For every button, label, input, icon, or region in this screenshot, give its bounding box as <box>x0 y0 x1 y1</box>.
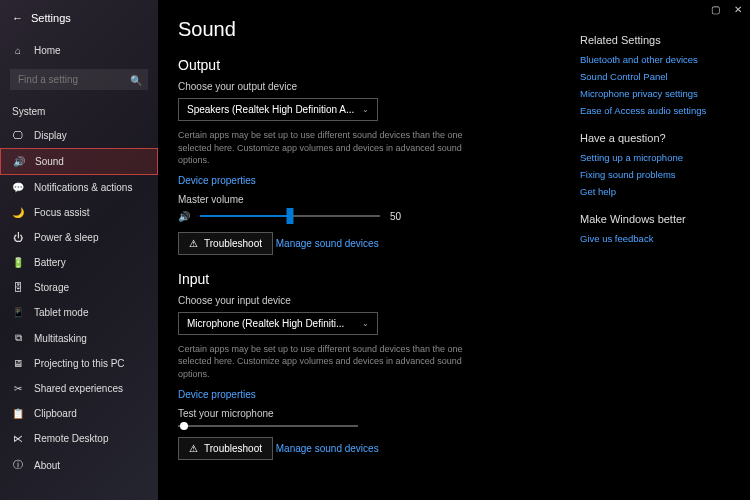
sidebar-item-notifications-actions[interactable]: 💬Notifications & actions <box>0 175 158 200</box>
close-button[interactable]: ✕ <box>734 4 742 15</box>
nav-icon: ✂ <box>12 383 24 394</box>
sidebar-item-tablet-mode[interactable]: 📱Tablet mode <box>0 300 158 325</box>
sidebar-item-shared-experiences[interactable]: ✂Shared experiences <box>0 376 158 401</box>
input-choose-label: Choose your input device <box>178 295 560 306</box>
back-arrow-icon[interactable]: ← <box>12 12 23 24</box>
output-troubleshoot-button[interactable]: ⚠ Troubleshoot <box>178 232 273 255</box>
related-link[interactable]: Bluetooth and other devices <box>580 54 730 65</box>
nav-icon: 💬 <box>12 182 24 193</box>
nav-label: Clipboard <box>34 408 77 419</box>
related-link[interactable]: Ease of Access audio settings <box>580 105 730 116</box>
nav-icon: 🖵 <box>12 130 24 141</box>
sidebar-item-remote-desktop[interactable]: ⋉Remote Desktop <box>0 426 158 451</box>
titlebar-controls: ▢ ✕ <box>711 4 742 15</box>
warning-icon: ⚠ <box>189 443 198 454</box>
nav-label: Tablet mode <box>34 307 88 318</box>
related-link[interactable]: Microphone privacy settings <box>580 88 730 99</box>
question-link[interactable]: Setting up a microphone <box>580 152 730 163</box>
sidebar: ← Settings ⌂ Home 🔍 System 🖵Display🔊Soun… <box>0 0 158 500</box>
manage-output-devices-link[interactable]: Manage sound devices <box>276 238 379 249</box>
output-device-value: Speakers (Realtek High Definition A... <box>187 104 354 115</box>
nav-label: Projecting to this PC <box>34 358 125 369</box>
input-device-properties-link[interactable]: Device properties <box>178 389 256 400</box>
input-heading: Input <box>178 271 560 287</box>
chevron-down-icon: ⌄ <box>362 319 369 328</box>
manage-input-devices-link[interactable]: Manage sound devices <box>276 443 379 454</box>
nav-label: About <box>34 460 60 471</box>
sidebar-item-power-sleep[interactable]: ⏻Power & sleep <box>0 225 158 250</box>
chevron-down-icon: ⌄ <box>362 105 369 114</box>
volume-slider[interactable] <box>200 215 380 217</box>
question-link[interactable]: Fixing sound problems <box>580 169 730 180</box>
nav-icon: ⧉ <box>12 332 24 344</box>
output-device-properties-link[interactable]: Device properties <box>178 175 256 186</box>
nav-label: Shared experiences <box>34 383 123 394</box>
sidebar-item-sound[interactable]: 🔊Sound <box>0 148 158 175</box>
nav-label: Battery <box>34 257 66 268</box>
nav-label: Focus assist <box>34 207 90 218</box>
nav-icon: 📱 <box>12 307 24 318</box>
nav-label: Display <box>34 130 67 141</box>
page-title: Sound <box>178 18 560 41</box>
warning-icon: ⚠ <box>189 238 198 249</box>
nav-label: Multitasking <box>34 333 87 344</box>
question-heading: Have a question? <box>580 132 730 144</box>
main-content: Sound Output Choose your output device S… <box>158 0 750 500</box>
test-microphone-label: Test your microphone <box>178 408 560 419</box>
output-description: Certain apps may be set up to use differ… <box>178 129 468 167</box>
input-device-dropdown[interactable]: Microphone (Realtek High Definiti... ⌄ <box>178 312 378 335</box>
window-title: Settings <box>31 12 71 24</box>
microphone-level-indicator <box>180 422 188 430</box>
search-icon: 🔍 <box>130 74 142 85</box>
microphone-test-meter <box>178 425 358 427</box>
nav-icon: 🌙 <box>12 207 24 218</box>
system-group-label: System <box>0 96 158 123</box>
home-label: Home <box>34 45 61 56</box>
related-link[interactable]: Sound Control Panel <box>580 71 730 82</box>
better-heading: Make Windows better <box>580 213 730 225</box>
speaker-icon: 🔊 <box>178 211 190 222</box>
output-heading: Output <box>178 57 560 73</box>
search-input[interactable] <box>10 69 148 90</box>
nav-label: Power & sleep <box>34 232 98 243</box>
input-description: Certain apps may be set up to use differ… <box>178 343 468 381</box>
master-volume-label: Master volume <box>178 194 560 205</box>
volume-value: 50 <box>390 211 401 222</box>
nav-icon: 🖥 <box>12 358 24 369</box>
sidebar-item-battery[interactable]: 🔋Battery <box>0 250 158 275</box>
right-sidebar: Related Settings Bluetooth and other dev… <box>580 18 730 482</box>
nav-icon: ⋉ <box>12 433 24 444</box>
home-button[interactable]: ⌂ Home <box>0 38 158 63</box>
nav-icon: 🔊 <box>13 156 25 167</box>
volume-slider-thumb[interactable] <box>287 208 294 224</box>
input-troubleshoot-button[interactable]: ⚠ Troubleshoot <box>178 437 273 460</box>
sidebar-item-storage[interactable]: 🗄Storage <box>0 275 158 300</box>
sidebar-item-multitasking[interactable]: ⧉Multitasking <box>0 325 158 351</box>
nav-label: Notifications & actions <box>34 182 132 193</box>
related-settings-heading: Related Settings <box>580 34 730 46</box>
output-device-dropdown[interactable]: Speakers (Realtek High Definition A... ⌄ <box>178 98 378 121</box>
nav-icon: ⓘ <box>12 458 24 472</box>
input-device-value: Microphone (Realtek High Definiti... <box>187 318 344 329</box>
output-choose-label: Choose your output device <box>178 81 560 92</box>
maximize-button[interactable]: ▢ <box>711 4 720 15</box>
sidebar-item-focus-assist[interactable]: 🌙Focus assist <box>0 200 158 225</box>
home-icon: ⌂ <box>12 45 24 56</box>
nav-icon: 🗄 <box>12 282 24 293</box>
nav-icon: ⏻ <box>12 232 24 243</box>
sidebar-item-about[interactable]: ⓘAbout <box>0 451 158 479</box>
question-link[interactable]: Get help <box>580 186 730 197</box>
sidebar-item-projecting-to-this-pc[interactable]: 🖥Projecting to this PC <box>0 351 158 376</box>
sidebar-item-clipboard[interactable]: 📋Clipboard <box>0 401 158 426</box>
nav-label: Storage <box>34 282 69 293</box>
nav-icon: 🔋 <box>12 257 24 268</box>
better-link[interactable]: Give us feedback <box>580 233 730 244</box>
nav-icon: 📋 <box>12 408 24 419</box>
nav-label: Remote Desktop <box>34 433 108 444</box>
sidebar-item-display[interactable]: 🖵Display <box>0 123 158 148</box>
nav-label: Sound <box>35 156 64 167</box>
